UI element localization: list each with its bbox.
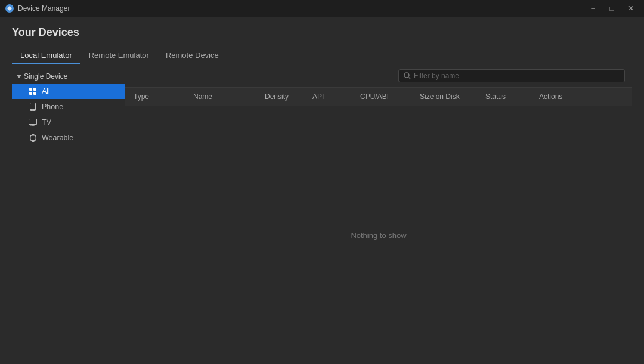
sidebar-item-tv[interactable]: TV [12,115,125,130]
sidebar-item-phone[interactable]: Phone [12,99,125,115]
sidebar: Single Device All [12,64,125,364]
title-bar-title: Device Manager [18,4,70,13]
svg-rect-10 [32,125,34,126]
phone-icon [29,103,37,111]
col-cpu-abi: CPU/ABI [359,90,419,103]
col-size-on-disk: Size on Disk [419,90,484,103]
svg-rect-12 [32,134,34,135]
svg-rect-1 [29,88,32,91]
tab-remote-emulator[interactable]: Remote Emulator [80,47,157,64]
filter-input[interactable] [414,72,620,80]
svg-rect-9 [29,119,36,124]
tab-remote-device[interactable]: Remote Device [157,47,227,64]
svg-rect-2 [33,88,36,91]
col-density: Density [264,90,311,103]
content-area: Single Device All [12,64,632,364]
col-name: Name [192,90,264,103]
table-header: Type Name Density API CPU/ABI Size on Di… [125,88,632,106]
col-actions: Actions [538,90,592,103]
sidebar-item-tv-label: TV [42,118,51,127]
page-title: Your Devices [12,26,632,39]
sidebar-section-label: Single Device [24,72,67,81]
svg-rect-6 [30,103,35,109]
sidebar-item-wearable-label: Wearable [42,134,73,142]
main-container: Your Devices Local Emulator Remote Emula… [0,17,644,364]
svg-line-17 [409,78,411,79]
app-icon [5,4,14,13]
svg-point-7 [32,110,33,110]
tabs-bar: Local Emulator Remote Emulator Remote De… [12,47,632,64]
watch-icon [29,134,37,142]
svg-rect-11 [30,126,35,127]
search-icon [404,72,411,79]
close-button[interactable]: ✕ [623,2,639,14]
sidebar-item-phone-label: Phone [42,103,63,111]
table-body: Nothing to show [125,106,632,364]
sidebar-item-wearable[interactable]: Wearable [12,130,125,146]
sidebar-item-all[interactable]: All [12,84,125,99]
filter-bar [125,64,632,88]
minimize-button[interactable]: − [584,2,601,14]
svg-rect-3 [29,92,32,95]
tv-icon [29,118,37,127]
single-device-section[interactable]: Single Device [12,69,125,84]
chevron-down-icon [17,75,21,78]
svg-rect-15 [30,136,35,140]
col-status: Status [484,90,538,103]
svg-rect-13 [32,141,34,142]
svg-rect-4 [33,92,36,95]
sidebar-item-all-label: All [42,87,50,95]
filter-input-wrap [398,69,625,82]
title-bar-controls: − □ ✕ [584,2,639,14]
title-bar: Device Manager − □ ✕ [0,0,644,17]
title-bar-left: Device Manager [5,4,70,13]
grid-icon [29,87,37,95]
tab-local-emulator[interactable]: Local Emulator [12,47,80,64]
col-type: Type [132,90,192,103]
svg-point-16 [404,73,409,78]
maximize-button[interactable]: □ [603,2,620,14]
col-api: API [311,90,359,103]
empty-message: Nothing to show [351,231,406,240]
main-panel: Type Name Density API CPU/ABI Size on Di… [125,64,632,364]
